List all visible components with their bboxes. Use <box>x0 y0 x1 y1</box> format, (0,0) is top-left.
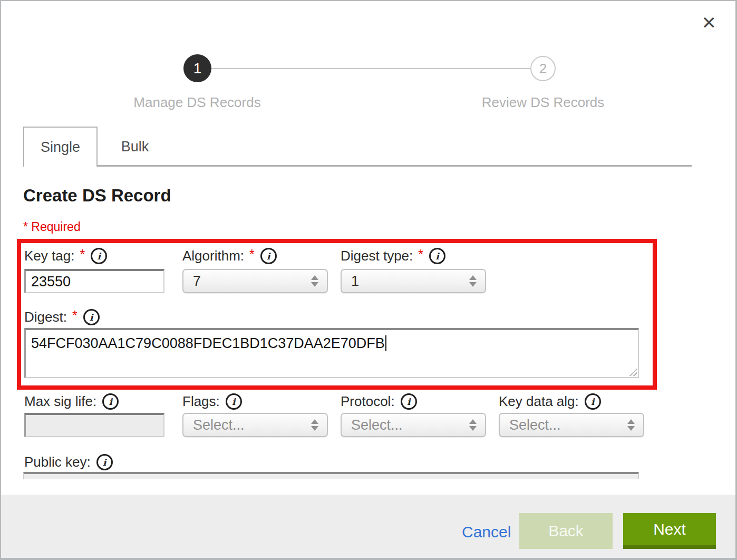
protocol-label: Protocol: i <box>341 393 417 410</box>
tab-underline <box>98 165 692 167</box>
flags-label: Flags: i <box>182 393 242 410</box>
flags-select[interactable]: Select... <box>182 413 328 437</box>
tab-single[interactable]: Single <box>23 127 98 167</box>
key-data-alg-label-text: Key data alg: <box>499 393 579 410</box>
required-asterisk: * <box>418 247 423 262</box>
page-title: Create DS Record <box>23 186 171 206</box>
stepper-step-1-label: Manage DS Records <box>133 94 260 111</box>
flags-select-value: Select... <box>193 417 245 433</box>
protocol-select-value: Select... <box>351 417 403 433</box>
key-data-alg-label: Key data alg: i <box>499 393 601 410</box>
digest-type-label: Digest type: * i <box>341 248 445 264</box>
next-button[interactable]: Next <box>623 513 716 549</box>
stepper-step-1-number: 1 <box>193 60 202 77</box>
algorithm-label: Algorithm: * i <box>182 248 277 264</box>
create-ds-record-modal: ✕ 1 2 Manage DS Records Review DS Record… <box>0 0 737 560</box>
stepper-step-2-number: 2 <box>539 61 547 77</box>
flags-label-text: Flags: <box>182 393 220 410</box>
stepper-step-2-label: Review DS Records <box>482 94 605 111</box>
stepper-step-1-circle: 1 <box>183 54 211 82</box>
select-arrows-icon <box>311 275 318 287</box>
required-asterisk: * <box>80 247 85 262</box>
info-icon[interactable]: i <box>102 393 119 410</box>
stepper-step-2-circle: 2 <box>530 56 556 81</box>
tab-bulk[interactable]: Bulk <box>98 127 172 167</box>
info-icon[interactable]: i <box>260 248 277 264</box>
key-data-alg-select-value: Select... <box>509 417 561 433</box>
required-note: * Required <box>23 220 81 234</box>
info-icon[interactable]: i <box>226 393 242 410</box>
digest-textarea[interactable]: 54FCF030AA1C79C0088FDEC1BD1C37DAA2E70DFB <box>24 328 639 378</box>
cancel-button[interactable]: Cancel <box>462 523 511 541</box>
public-key-label-text: Public key: <box>24 454 91 470</box>
digest-type-select-value: 1 <box>351 273 359 289</box>
digest-label: Digest: * i <box>24 309 100 325</box>
info-icon[interactable]: i <box>585 393 601 410</box>
public-key-textarea[interactable] <box>23 472 639 479</box>
resize-handle-icon[interactable] <box>628 368 637 376</box>
max-sig-life-input[interactable] <box>24 413 164 437</box>
key-tag-label: Key tag: * i <box>24 248 107 264</box>
protocol-select[interactable]: Select... <box>341 413 486 437</box>
digest-type-label-text: Digest type: <box>341 248 413 264</box>
public-key-label: Public key: i <box>24 454 113 470</box>
required-asterisk: * <box>249 247 255 262</box>
select-arrows-icon <box>469 419 477 431</box>
info-icon[interactable]: i <box>83 309 100 325</box>
select-arrows-icon <box>469 275 477 287</box>
digest-value: 54FCF030AA1C79C0088FDEC1BD1C37DAA2E70DFB <box>31 335 385 351</box>
digest-type-select[interactable]: 1 <box>341 269 486 293</box>
info-icon[interactable]: i <box>91 248 107 264</box>
info-icon[interactable]: i <box>96 454 113 470</box>
info-icon[interactable]: i <box>401 393 417 410</box>
digest-label-text: Digest: <box>24 309 67 325</box>
key-tag-input[interactable] <box>24 269 164 293</box>
key-tag-label-text: Key tag: <box>24 248 74 264</box>
key-data-alg-select[interactable]: Select... <box>499 413 644 437</box>
text-caret <box>385 335 386 351</box>
required-asterisk: * <box>72 308 77 323</box>
close-icon[interactable]: ✕ <box>702 14 717 32</box>
select-arrows-icon <box>311 419 318 431</box>
select-arrows-icon <box>627 419 635 431</box>
stepper-connector-line <box>211 68 530 69</box>
max-sig-life-label: Max sig life: i <box>24 393 119 410</box>
info-icon[interactable]: i <box>429 248 445 264</box>
algorithm-select[interactable]: 7 <box>182 269 328 293</box>
algorithm-label-text: Algorithm: <box>182 248 244 264</box>
protocol-label-text: Protocol: <box>341 393 395 410</box>
max-sig-life-label-text: Max sig life: <box>24 393 96 410</box>
algorithm-select-value: 7 <box>193 273 201 289</box>
back-button[interactable]: Back <box>519 513 613 549</box>
